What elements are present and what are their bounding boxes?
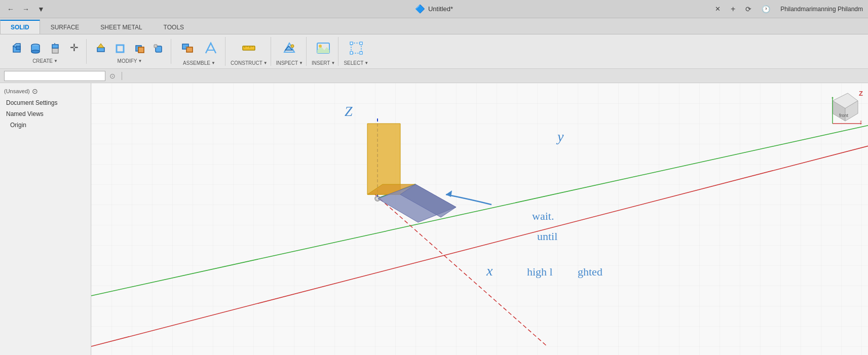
svg-rect-39	[91, 83, 868, 355]
main-area: (Unsaved) ⊙ Document Settings Named View…	[0, 83, 868, 355]
modify-press-button[interactable]	[92, 39, 110, 57]
search-input[interactable]	[4, 71, 105, 81]
tab-bar: SOLID SURFACE SHEET METAL TOOLS	[0, 18, 868, 34]
sidebar-header: (Unsaved) ⊙	[0, 85, 91, 97]
insert-icons	[312, 37, 334, 59]
assemble-joint-button[interactable]	[200, 37, 222, 59]
insert-label: INSERT ▼	[312, 60, 335, 66]
svg-rect-16	[138, 47, 144, 53]
back-button[interactable]: ←	[5, 4, 16, 14]
sidebar: (Unsaved) ⊙ Document Settings Named View…	[0, 83, 91, 355]
close-button[interactable]: ✕	[713, 4, 723, 14]
svg-text:✛: ✛	[70, 42, 79, 53]
modify-label: MODIFY ▼	[118, 58, 142, 64]
app-icon: 🔷	[415, 4, 425, 14]
address-separator	[122, 72, 122, 80]
modify-dropdown-arrow[interactable]: ▼	[138, 59, 142, 63]
toolbar-group-assemble: ASSEMBLE ▼	[173, 37, 225, 66]
toolbar-group-construct: CONSTRUCT ▼	[228, 37, 271, 66]
inspect-button[interactable]	[278, 37, 300, 59]
settings-icon[interactable]: ⊙	[32, 87, 38, 95]
tab-surface[interactable]: SURFACE	[40, 20, 90, 34]
svg-marker-32	[317, 46, 329, 53]
toolbar-group-create: ✛ CREATE ▼	[4, 39, 87, 64]
assemble-icons	[176, 37, 222, 59]
svg-rect-36	[360, 42, 362, 45]
search-circle-icon: ⊙	[109, 72, 116, 80]
assemble-button[interactable]	[176, 37, 199, 59]
svg-rect-8	[52, 48, 58, 53]
svg-rect-18	[154, 45, 157, 48]
svg-marker-13	[98, 44, 104, 48]
insert-dropdown-arrow[interactable]: ▼	[331, 61, 335, 65]
sidebar-item-document-settings[interactable]: Document Settings	[0, 97, 91, 108]
title-bar-navigation: ← → ▼	[5, 4, 47, 14]
svg-point-33	[319, 45, 322, 48]
select-label: SELECT ▼	[344, 60, 368, 66]
svg-rect-20	[186, 47, 193, 52]
insert-button[interactable]	[312, 37, 334, 59]
modify-scale-button[interactable]	[149, 39, 168, 57]
tab-solid[interactable]: SOLID	[0, 20, 40, 34]
sidebar-item-named-views[interactable]: Named Views	[0, 108, 91, 120]
assemble-dropdown-arrow[interactable]: ▼	[211, 61, 215, 65]
svg-rect-38	[360, 52, 362, 54]
canvas-area[interactable]: Z y x wait. until high l ghted Z	[91, 83, 868, 355]
user-label: Philandmarimanning Philandm	[780, 6, 863, 13]
svg-rect-35	[350, 42, 353, 45]
tab-tools[interactable]: TOOLS	[153, 20, 195, 34]
create-sphere-button[interactable]	[26, 39, 45, 57]
modify-shell-button[interactable]	[111, 39, 129, 57]
history-button[interactable]: ▼	[35, 4, 47, 14]
assemble-label: ASSEMBLE ▼	[183, 60, 215, 66]
svg-point-30	[291, 45, 294, 48]
create-box-button[interactable]	[7, 39, 25, 57]
construct-icons	[238, 37, 260, 59]
svg-marker-47	[367, 124, 400, 194]
construct-dropdown-arrow[interactable]: ▼	[263, 61, 268, 65]
address-bar: ⊙	[0, 69, 868, 83]
svg-marker-2	[16, 46, 20, 50]
modify-icons	[92, 39, 168, 57]
tab-sheet-metal[interactable]: SHEET METAL	[90, 20, 153, 34]
svg-marker-64	[832, 97, 834, 98]
construct-label: CONSTRUCT ▼	[231, 60, 268, 66]
refresh-button[interactable]: ⟳	[743, 4, 753, 14]
title-bar-right: ✕ + ⟳ 🕐 Philandmarimanning Philandm	[713, 4, 863, 15]
svg-text:Z: Z	[859, 90, 863, 97]
create-extrude-button[interactable]	[46, 39, 64, 57]
create-label: CREATE ▼	[32, 58, 58, 64]
title-bar-center: 🔷 Untitled*	[415, 4, 453, 14]
history-clock-button[interactable]: 🕐	[760, 4, 772, 14]
title-bar: ← → ▼ 🔷 Untitled* ✕ + ⟳ 🕐 Philandmariman…	[0, 0, 868, 18]
inspect-icons	[278, 37, 300, 59]
sidebar-item-origin[interactable]: Origin	[0, 120, 91, 131]
toolbar-group-insert: INSERT ▼	[309, 37, 338, 66]
toolbar-group-modify: MODIFY ▼	[89, 39, 171, 64]
sidebar-unsaved-label: (Unsaved)	[4, 88, 30, 94]
view-cube[interactable]: Z front x	[827, 88, 863, 129]
svg-rect-14	[117, 45, 124, 52]
inspect-dropdown-arrow[interactable]: ▼	[299, 61, 303, 65]
svg-rect-9	[52, 45, 58, 48]
svg-rect-37	[350, 52, 353, 54]
new-tab-button[interactable]: +	[729, 4, 737, 15]
toolbar-group-select: SELECT ▼	[341, 37, 371, 66]
modify-combine-button[interactable]	[130, 39, 148, 57]
select-icons	[345, 37, 367, 59]
svg-text:x: x	[860, 119, 862, 124]
svg-rect-12	[97, 48, 104, 52]
grid-background	[91, 83, 868, 355]
svg-text:front: front	[839, 113, 849, 118]
forward-button[interactable]: →	[20, 4, 31, 14]
inspect-label: INSPECT ▼	[276, 60, 303, 66]
select-button[interactable]	[345, 37, 367, 59]
create-move-button[interactable]: ✛	[65, 39, 83, 57]
toolbar-group-inspect: INSPECT ▼	[273, 37, 307, 66]
toolbar: ✛ CREATE ▼ MODIFY ▼	[0, 34, 868, 69]
create-icons: ✛	[7, 39, 83, 57]
construct-button[interactable]	[238, 37, 260, 59]
create-dropdown-arrow[interactable]: ▼	[54, 59, 58, 63]
select-dropdown-arrow[interactable]: ▼	[364, 61, 368, 65]
window-title: Untitled*	[428, 5, 453, 13]
